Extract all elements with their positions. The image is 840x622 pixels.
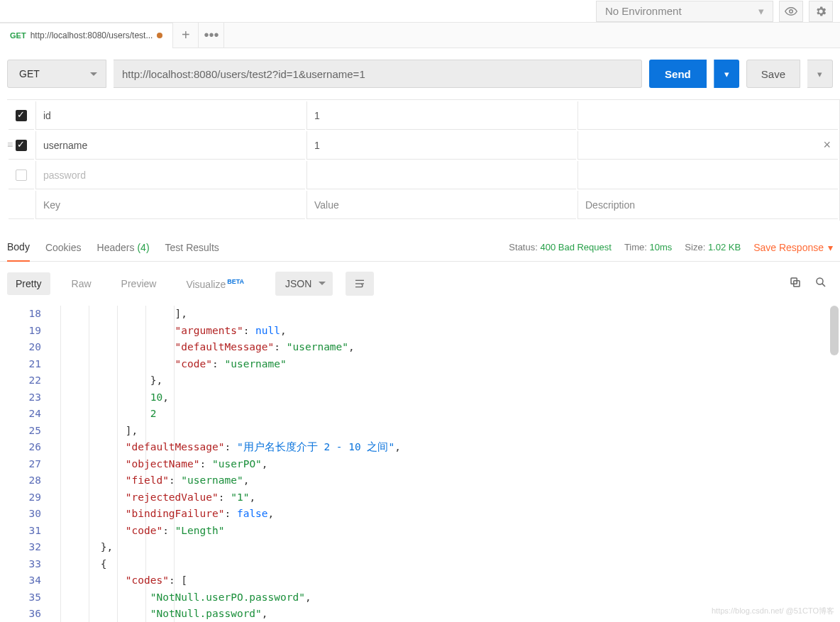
params-table: id 1 ≡ username 1 × password Key Value D… (7, 99, 840, 221)
request-tab[interactable]: GET http://localhost:8080/users/test... (0, 23, 173, 48)
http-method-label: GET (19, 68, 40, 79)
svg-line-6 (822, 283, 825, 286)
tab-test-results[interactable]: Test Results (165, 233, 219, 262)
view-raw[interactable]: Raw (63, 272, 100, 295)
col-value: Value (306, 191, 576, 219)
time-value: 10ms (650, 242, 673, 252)
svg-point-0 (790, 9, 793, 13)
chevron-down-icon: ▾ (828, 242, 833, 253)
word-wrap-icon[interactable] (346, 272, 374, 296)
checkbox[interactable] (16, 110, 27, 121)
delete-row-icon[interactable]: × (823, 138, 831, 152)
add-tab-button[interactable]: + (173, 23, 199, 48)
view-visualize[interactable]: VisualizeBETA (177, 272, 253, 296)
format-selector[interactable]: JSON (275, 272, 333, 296)
search-icon[interactable] (814, 276, 827, 292)
param-desc-cell[interactable]: × (578, 131, 838, 160)
param-key-cell[interactable]: password (35, 161, 305, 189)
col-desc: Description (578, 191, 838, 219)
view-preview[interactable]: Preview (113, 272, 165, 295)
param-desc-cell[interactable] (578, 101, 838, 130)
tab-title: http://localhost:8080/users/test... (31, 30, 153, 40)
checkbox[interactable] (16, 140, 27, 151)
param-key-cell[interactable]: username (35, 131, 305, 160)
copy-icon[interactable] (789, 276, 802, 292)
param-desc-cell[interactable] (578, 161, 838, 189)
view-pretty[interactable]: Pretty (7, 272, 50, 295)
table-row: ≡ username 1 × (9, 131, 838, 160)
gear-icon[interactable] (809, 1, 833, 22)
eye-icon[interactable] (779, 1, 803, 22)
param-value-cell[interactable]: 1 (306, 101, 576, 130)
url-input[interactable]: http://localhost:8080/users/test2?id=1&u… (114, 60, 642, 88)
save-dropdown[interactable]: ▾ (807, 60, 833, 88)
environment-selector[interactable]: No Environment ▾ (596, 1, 773, 22)
response-view-bar: Pretty Raw Preview VisualizeBETA JSON (0, 262, 840, 306)
param-value-cell[interactable] (306, 161, 576, 189)
top-toolbar: No Environment ▾ (0, 0, 840, 23)
param-key-cell[interactable]: id (35, 101, 305, 130)
send-button[interactable]: Send (649, 60, 707, 88)
col-key: Key (35, 191, 305, 219)
size-value: 1.02 KB (708, 242, 741, 252)
line-gutter: 18192021222324252627282930313233343536 (7, 306, 48, 622)
dirty-dot-icon (157, 33, 162, 38)
environment-label: No Environment (605, 5, 682, 17)
drag-handle-icon[interactable]: ≡ (7, 139, 13, 150)
code-content: ], "arguments": null, "defaultMessage": … (51, 306, 833, 622)
tab-cookies[interactable]: Cookies (45, 233, 82, 262)
vertical-scrollbar[interactable] (830, 306, 839, 355)
tab-body[interactable]: Body (7, 233, 30, 262)
save-button[interactable]: Save (746, 60, 800, 88)
watermark: https://blog.csdn.net/ @51CTO博客 (712, 606, 834, 616)
param-value-cell[interactable]: 1 (306, 131, 576, 160)
table-row: id 1 (9, 101, 838, 130)
response-body[interactable]: 18192021222324252627282930313233343536 ]… (7, 306, 840, 622)
send-dropdown[interactable]: ▾ (714, 60, 739, 88)
table-row: password (9, 161, 838, 189)
request-builder-row: GET http://localhost:8080/users/test2?id… (0, 48, 840, 99)
checkbox[interactable] (16, 170, 27, 181)
tab-headers[interactable]: Headers(4) (97, 233, 150, 262)
tab-overflow-button[interactable]: ••• (199, 23, 224, 48)
status-value: 400 Bad Request (540, 242, 611, 252)
request-tabs: GET http://localhost:8080/users/test... … (0, 23, 840, 48)
save-response-button[interactable]: Save Response ▾ (753, 242, 833, 253)
response-tabs: Body Cookies Headers(4) Test Results Sta… (0, 233, 840, 262)
table-header-row: Key Value Description (9, 191, 838, 219)
http-method-select[interactable]: GET (7, 60, 106, 88)
tab-method: GET (10, 31, 26, 40)
response-meta: Status: 400 Bad Request Time: 10ms Size:… (509, 242, 833, 253)
svg-point-5 (817, 278, 823, 284)
